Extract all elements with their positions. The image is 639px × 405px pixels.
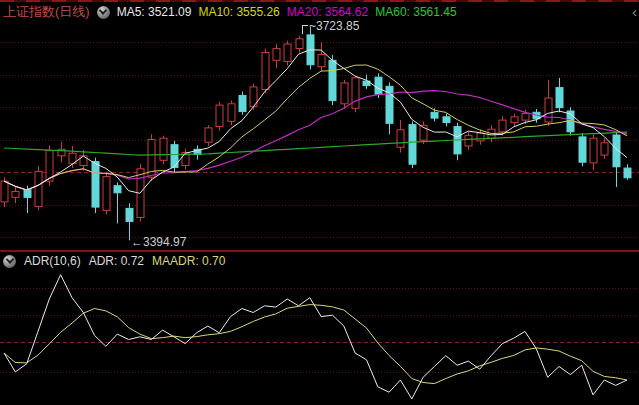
high-annotation-prefix: ~ bbox=[309, 19, 316, 33]
adr-title: ADR(10,6) bbox=[24, 254, 81, 268]
left-arrow-icon: ← bbox=[131, 235, 143, 249]
ma10-label: MA10: 3555.26 bbox=[198, 5, 279, 19]
ma20-label: MA20: 3564.62 bbox=[287, 5, 368, 19]
top-border bbox=[0, 0, 639, 2]
adr-value-label: ADR: 0.72 bbox=[89, 254, 144, 268]
panel-divider bbox=[0, 250, 639, 252]
low-price-annotation: ←3394.97 bbox=[131, 235, 186, 249]
high-price-annotation: ~3723.85 bbox=[302, 19, 359, 33]
adr-header: ADR(10,6) ADR: 0.72 MAADR: 0.70 bbox=[3, 254, 225, 268]
chevron-glyph bbox=[5, 255, 13, 263]
low-price-value: 3394.97 bbox=[143, 235, 186, 249]
stock-chart-window: 上证指数(日线) MA5: 3521.09 MA10: 3555.26 MA20… bbox=[0, 0, 639, 405]
chevron-down-icon[interactable] bbox=[3, 255, 16, 268]
chart-canvas[interactable] bbox=[0, 0, 639, 405]
high-price-value: 3723.85 bbox=[316, 19, 359, 33]
maadr-value-label: MAADR: 0.70 bbox=[152, 254, 225, 268]
chevron-glyph bbox=[99, 6, 107, 14]
ma5-label: MA5: 3521.09 bbox=[117, 5, 192, 19]
annotation-hook-icon bbox=[302, 25, 308, 34]
ma60-label: MA60: 3561.45 bbox=[375, 5, 456, 19]
chevron-down-icon[interactable] bbox=[97, 6, 110, 19]
index-title: 上证指数(日线) bbox=[3, 3, 90, 21]
collapse-arrow-icon[interactable]: ‹ bbox=[632, 5, 637, 19]
main-chart-header: 上证指数(日线) MA5: 3521.09 MA10: 3555.26 MA20… bbox=[3, 3, 457, 21]
